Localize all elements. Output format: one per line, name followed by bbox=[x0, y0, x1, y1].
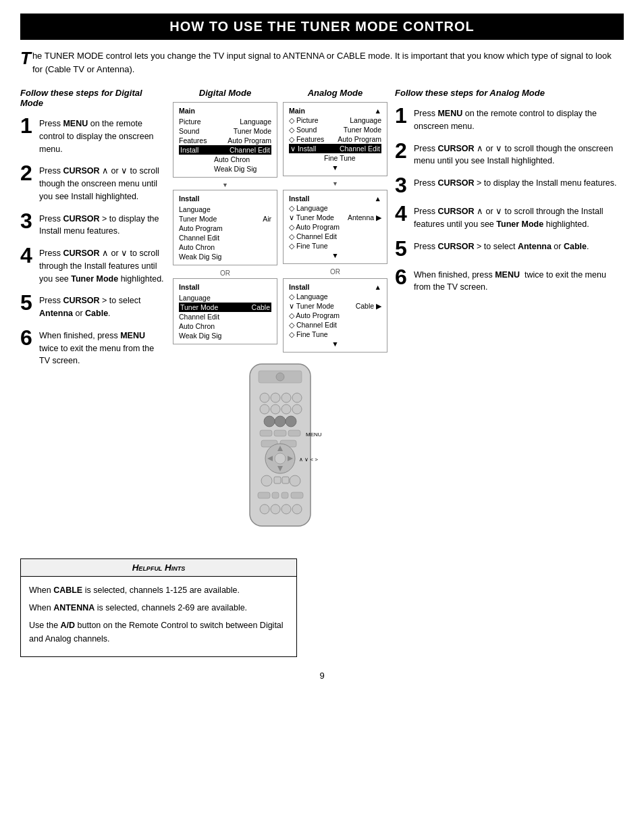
step-num-4: 4 bbox=[20, 244, 35, 285]
step-num-1: 1 bbox=[20, 115, 35, 155]
analog-menu-1: Main▲ ◇ PictureLanguage ◇ SoundTuner Mod… bbox=[283, 102, 387, 176]
digital-step-3: 3 Press CURSOR > to display the Install … bbox=[20, 210, 165, 238]
analog-instructions: Follow these steps for Analog Mode 1 Pre… bbox=[395, 88, 624, 538]
remote-illustration: MENU ∧ ∨ < > bbox=[213, 361, 348, 538]
svg-point-12 bbox=[275, 416, 286, 427]
analog-screen-3: Install▲ ◇ Language ∨ Tuner ModeCable ▶ … bbox=[283, 278, 387, 357]
intro-text: The TUNER MODE control lets you change t… bbox=[20, 49, 624, 76]
svg-point-37 bbox=[281, 504, 291, 514]
hint-1: When CABLE is selected, channels 1-125 a… bbox=[29, 583, 288, 597]
step-text-3: Press CURSOR > to display the Install me… bbox=[39, 210, 165, 238]
analog-step-num-3: 3 bbox=[395, 174, 410, 196]
svg-point-2 bbox=[276, 373, 284, 381]
step-text-1: Press MENU on the remote control to disp… bbox=[39, 115, 165, 155]
svg-rect-34 bbox=[291, 492, 303, 498]
hints-title: Helpful Hints bbox=[21, 559, 296, 577]
digital-menu-3: Install Language Tuner ModeCable Channel… bbox=[173, 278, 277, 344]
svg-point-35 bbox=[260, 504, 269, 514]
step-num-3: 3 bbox=[20, 210, 35, 238]
svg-point-21 bbox=[275, 453, 286, 464]
digital-menu-2: Install Language Tuner ModeAir Auto Prog… bbox=[173, 190, 277, 265]
step-text-4: Press CURSOR ∧ or ∨ to scroll through th… bbox=[39, 244, 165, 285]
svg-rect-16 bbox=[288, 430, 300, 436]
helpful-hints-box: Helpful Hints When CABLE is selected, ch… bbox=[20, 558, 297, 657]
digital-step-2: 2 Press CURSOR ∧ or ∨ to scroll though t… bbox=[20, 162, 165, 203]
analog-screen-2: Install▲ ◇ Language ∨ Tuner ModeAntenna … bbox=[283, 190, 387, 278]
step-text-5: Press CURSOR > to select Antenna or Cabl… bbox=[39, 292, 165, 320]
svg-point-6 bbox=[292, 393, 302, 402]
svg-point-7 bbox=[260, 405, 269, 414]
analog-step-num-5: 5 bbox=[395, 238, 410, 259]
svg-rect-29 bbox=[282, 477, 289, 484]
svg-rect-31 bbox=[258, 492, 270, 498]
page-title: HOW TO USE THE TUNER MODE CONTROL bbox=[20, 14, 624, 40]
hints-content: When CABLE is selected, channels 1-125 a… bbox=[21, 577, 296, 656]
screens-row-3: Install Language Tuner ModeCable Channel… bbox=[173, 278, 387, 357]
digital-heading: Follow these steps for Digital Mode bbox=[20, 88, 165, 108]
down-arrow-2: OR bbox=[173, 269, 277, 277]
svg-point-11 bbox=[264, 416, 275, 427]
drop-cap: T bbox=[20, 49, 31, 67]
analog-step-text-6: When finished, press MENU twice to exit … bbox=[414, 266, 624, 294]
svg-rect-32 bbox=[272, 492, 279, 498]
down-arrow-a1: ▼ bbox=[283, 180, 387, 187]
digital-screen-3: Install Language Tuner ModeCable Channel… bbox=[173, 278, 277, 357]
analog-step-text-3: Press CURSOR > to display the Install me… bbox=[414, 174, 617, 196]
svg-rect-14 bbox=[260, 430, 272, 436]
screens-row-1: Main PictureLanguage SoundTuner Mode Fea… bbox=[173, 102, 387, 190]
center-screens: Digital Mode Analog Mode Main PictureLan… bbox=[165, 88, 395, 538]
analog-heading: Follow these steps for Analog Mode bbox=[395, 88, 624, 98]
svg-point-4 bbox=[271, 393, 280, 402]
analog-step-num-2: 2 bbox=[395, 140, 410, 168]
svg-point-13 bbox=[286, 416, 296, 427]
down-arrow-1: ▼ bbox=[173, 182, 277, 188]
analog-step-6: 6 When finished, press MENU twice to exi… bbox=[395, 266, 624, 294]
digital-step-1: 1 Press MENU on the remote control to di… bbox=[20, 115, 165, 155]
remote-svg: MENU ∧ ∨ < > bbox=[213, 361, 348, 536]
analog-step-text-5: Press CURSOR > to select Antenna or Cabl… bbox=[414, 238, 589, 259]
down-arrow-a2: OR bbox=[283, 268, 387, 276]
svg-rect-15 bbox=[274, 430, 286, 436]
svg-point-3 bbox=[260, 393, 269, 402]
svg-point-5 bbox=[281, 393, 291, 402]
screens-row-2: Install Language Tuner ModeAir Auto Prog… bbox=[173, 190, 387, 278]
analog-step-5: 5 Press CURSOR > to select Antenna or Ca… bbox=[395, 238, 624, 259]
analog-step-num-6: 6 bbox=[395, 266, 410, 294]
analog-step-1: 1 Press MENU on the remote control to di… bbox=[395, 105, 624, 133]
page-number: 9 bbox=[20, 671, 624, 681]
svg-text:∧ ∨ < >: ∧ ∨ < > bbox=[299, 457, 318, 463]
analog-step-2: 2 Press CURSOR ∧ or ∨ to scroll though t… bbox=[395, 140, 624, 168]
analog-step-text-1: Press MENU on the remote control to disp… bbox=[414, 105, 624, 133]
digital-screen-2: Install Language Tuner ModeAir Auto Prog… bbox=[173, 190, 277, 278]
analog-step-num-1: 1 bbox=[395, 105, 410, 133]
digital-screen-1: Main PictureLanguage SoundTuner Mode Fea… bbox=[173, 102, 277, 190]
step-text-6: When finished, press MENU twice to exit … bbox=[39, 327, 165, 367]
svg-text:MENU: MENU bbox=[306, 432, 322, 438]
svg-point-27 bbox=[261, 475, 272, 486]
step-num-6: 6 bbox=[20, 327, 35, 367]
digital-mode-label: Digital Mode bbox=[173, 88, 277, 98]
svg-point-36 bbox=[271, 504, 280, 514]
analog-step-num-4: 4 bbox=[395, 203, 410, 231]
digital-step-5: 5 Press CURSOR > to select Antenna or Ca… bbox=[20, 292, 165, 320]
step-text-2: Press CURSOR ∧ or ∨ to scroll though the… bbox=[39, 162, 165, 203]
main-content: Follow these steps for Digital Mode 1 Pr… bbox=[20, 88, 624, 538]
digital-instructions: Follow these steps for Digital Mode 1 Pr… bbox=[20, 88, 165, 538]
svg-point-9 bbox=[281, 405, 291, 414]
svg-point-38 bbox=[292, 504, 302, 514]
digital-menu-1: Main PictureLanguage SoundTuner Mode Fea… bbox=[173, 102, 277, 178]
analog-menu-3: Install▲ ◇ Language ∨ Tuner ModeCable ▶ … bbox=[283, 278, 387, 353]
digital-step-4: 4 Press CURSOR ∧ or ∨ to scroll through … bbox=[20, 244, 165, 285]
svg-point-30 bbox=[290, 475, 300, 486]
digital-step-6: 6 When finished, press MENU twice to exi… bbox=[20, 327, 165, 367]
step-num-2: 2 bbox=[20, 162, 35, 203]
analog-menu-2: Install▲ ◇ Language ∨ Tuner ModeAntenna … bbox=[283, 190, 387, 264]
hint-2: When ANTENNA is selected, channels 2-69 … bbox=[29, 601, 288, 615]
analog-screen-1: Main▲ ◇ PictureLanguage ◇ SoundTuner Mod… bbox=[283, 102, 387, 190]
hint-3: Use the A/D button on the Remote Control… bbox=[29, 619, 288, 646]
analog-step-3: 3 Press CURSOR > to display the Install … bbox=[395, 174, 624, 196]
svg-rect-33 bbox=[281, 492, 288, 498]
svg-point-8 bbox=[271, 405, 280, 414]
analog-step-4: 4 Press CURSOR ∧ or ∨ to scroll through … bbox=[395, 203, 624, 231]
step-num-5: 5 bbox=[20, 292, 35, 320]
